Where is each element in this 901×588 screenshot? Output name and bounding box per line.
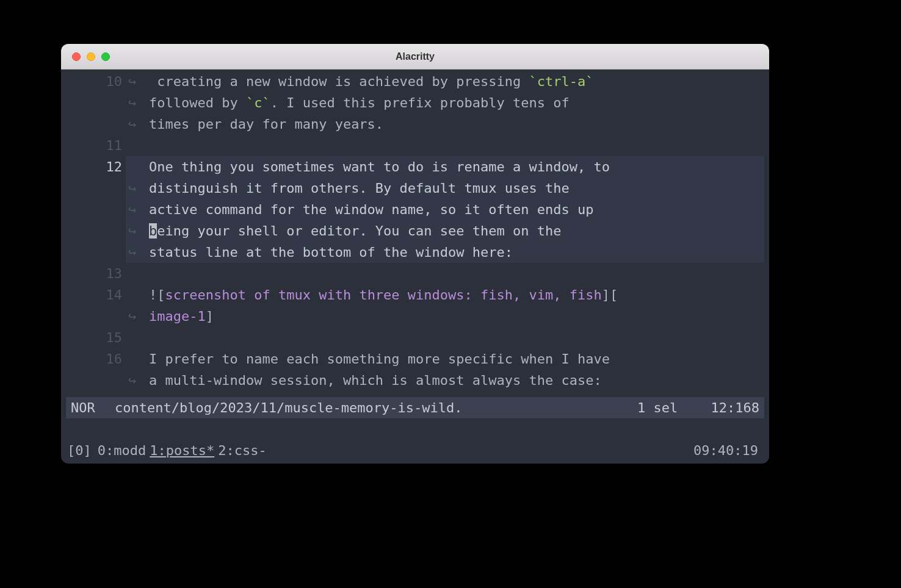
wrap-indicator-icon: ↪ [126,177,149,199]
wrap-indicator-icon [126,327,149,348]
blank-line [66,418,764,440]
status-position: 12:168 [698,397,759,418]
editor-line[interactable]: 15 [66,327,764,348]
editor-line[interactable]: 12One thing you sometimes want to do is … [66,156,764,177]
line-number [66,177,126,199]
line-text[interactable]: One thing you sometimes want to do is re… [149,156,764,177]
tmux-windows: 0:modd 1:posts* 2:css- [98,440,270,461]
line-number [66,306,126,327]
wrap-indicator-icon [126,156,149,177]
terminal-body[interactable]: 10↪ creating a new window is achieved by… [61,70,769,464]
wrap-indicator-icon [126,135,149,156]
line-number: 11 [66,135,126,156]
line-text[interactable]: ![screenshot of tmux with three windows:… [149,284,764,306]
cursor: b [149,223,157,238]
editor-line[interactable]: ↪followed by `c`. I used this prefix pro… [66,92,764,113]
wrap-indicator-icon: ↪ [126,92,149,113]
status-file: content/blog/2023/11/muscle-memory-is-wi… [115,397,637,418]
line-number: 13 [66,263,126,284]
wrap-indicator-icon: ↪ [126,199,149,220]
tmux-statusbar: [0] 0:modd 1:posts* 2:css- 09:40:19 [66,440,764,464]
line-text[interactable]: followed by `c`. I used this prefix prob… [149,92,764,113]
status-mode: NOR [71,397,115,418]
line-text[interactable]: creating a new window is achieved by pre… [149,71,764,92]
titlebar[interactable]: Alacritty [61,44,769,70]
tmux-window[interactable]: 2:css- [218,440,270,461]
editor-line[interactable]: 16I prefer to name each something more s… [66,348,764,370]
wrap-indicator-icon: ↪ [126,113,149,135]
editor-line[interactable]: ↪active command for the window name, so … [66,199,764,220]
editor-line[interactable]: 11 [66,135,764,156]
editor-line[interactable]: ↪distinguish it from others. By default … [66,177,764,199]
wrap-indicator-icon: ↪ [126,242,149,263]
line-number [66,220,126,242]
wrap-indicator-icon: ↪ [126,71,149,92]
line-number: 15 [66,327,126,348]
editor-line[interactable]: ↪status line at the bottom of the window… [66,242,764,263]
line-number: 12 [66,156,126,177]
line-number [66,199,126,220]
wrap-indicator-icon: ↪ [126,370,149,391]
line-number [66,92,126,113]
line-text[interactable]: distinguish it from others. By default t… [149,177,764,199]
line-text[interactable]: being your shell or editor. You can see … [149,220,764,242]
editor-line[interactable]: ↪being your shell or editor. You can see… [66,220,764,242]
editor-line[interactable]: 14![screenshot of tmux with three window… [66,284,764,306]
line-number: 16 [66,348,126,370]
tmux-window[interactable]: 0:modd [98,440,150,461]
line-text[interactable]: I prefer to name each something more spe… [149,348,764,370]
wrap-indicator-icon [126,348,149,370]
wrap-indicator-icon [126,284,149,306]
status-selection: 1 sel [637,397,698,418]
editor-statusline: NOR content/blog/2023/11/muscle-memory-i… [66,397,764,418]
tmux-window[interactable]: 1:posts* [150,440,218,461]
wrap-indicator-icon [126,263,149,284]
editor-line[interactable]: ↪times per day for many years. [66,113,764,135]
wrap-indicator-icon: ↪ [126,220,149,242]
tmux-clock: 09:40:19 [693,440,763,461]
line-text[interactable]: active command for the window name, so i… [149,199,764,220]
line-number [66,242,126,263]
line-text[interactable] [149,327,764,348]
line-text[interactable]: image-1] [149,306,764,327]
line-text[interactable]: times per day for many years. [149,113,764,135]
line-text[interactable]: a multi-window session, which is almost … [149,370,764,391]
line-number: 10 [66,71,126,92]
window-title: Alacritty [61,51,769,62]
editor-line[interactable]: 13 [66,263,764,284]
editor-line[interactable]: ↪image-1] [66,306,764,327]
editor-line[interactable]: 10↪ creating a new window is achieved by… [66,71,764,92]
terminal-window: Alacritty 10↪ creating a new window is a… [61,44,769,464]
wrap-indicator-icon: ↪ [126,306,149,327]
line-text[interactable]: status line at the bottom of the window … [149,242,764,263]
line-number: 14 [66,284,126,306]
editor-line[interactable]: ↪a multi-window session, which is almost… [66,370,764,391]
tmux-session: [0] [67,440,98,461]
line-text[interactable] [149,135,764,156]
line-text[interactable] [149,263,764,284]
editor-viewport[interactable]: 10↪ creating a new window is achieved by… [66,71,764,397]
line-number [66,370,126,391]
line-number [66,113,126,135]
